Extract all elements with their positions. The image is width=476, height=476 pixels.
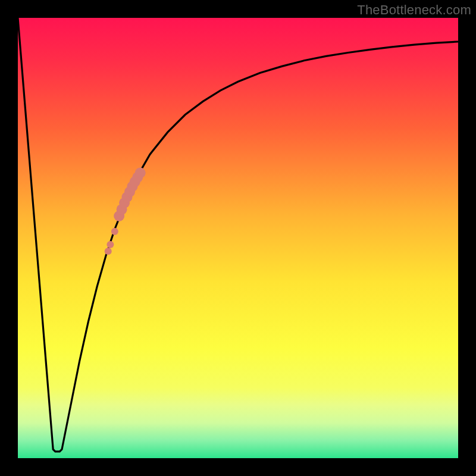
chart-svg — [18, 18, 458, 458]
data-marker — [107, 241, 114, 248]
chart-frame: TheBottleneck.com — [0, 0, 476, 476]
data-marker — [105, 248, 112, 255]
watermark-text: TheBottleneck.com — [357, 2, 471, 18]
gradient-background — [18, 18, 458, 458]
plot-area — [18, 18, 458, 458]
data-marker — [135, 168, 146, 178]
data-marker — [111, 228, 118, 235]
